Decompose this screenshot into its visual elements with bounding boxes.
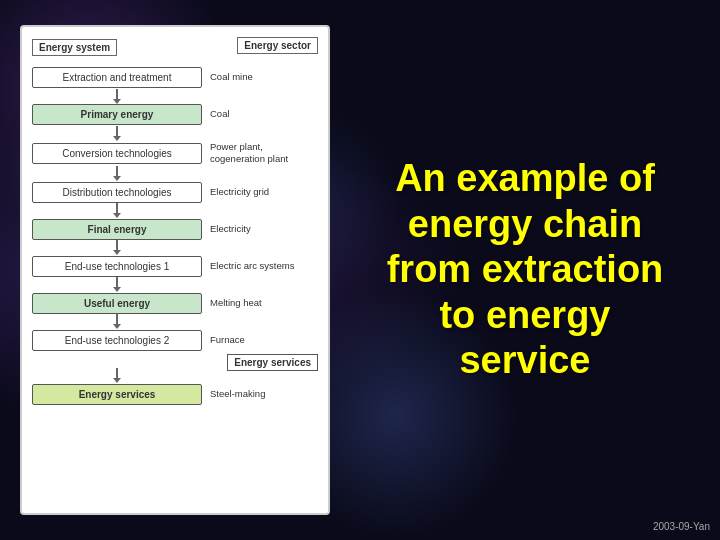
box-distribution: Distribution technologies [32, 182, 202, 203]
box-final-energy: Final energy [32, 219, 202, 240]
table-row: Useful energy Melting heat [32, 293, 318, 314]
box-primary-energy: Primary energy [32, 104, 202, 125]
table-row: Conversion technologies Power plant, cog… [32, 141, 318, 166]
watermark: 2003-09-Yan [653, 521, 710, 532]
main-heading: An example of energy chain from extracti… [370, 156, 680, 384]
box-energy-services: Energy services [32, 384, 202, 405]
table-row: Final energy Electricity [32, 219, 318, 240]
label-power-plant: Power plant, cogeneration plant [210, 141, 318, 166]
box-extraction: Extraction and treatment [32, 67, 202, 88]
box-enduse2: End-use technologies 2 [32, 330, 202, 351]
energy-services-label: Energy services [227, 354, 318, 371]
table-row: Energy services Steel-making [32, 384, 318, 405]
page-layout: Energy system Energy sector Extraction a… [0, 0, 720, 540]
label-electric-arc: Electric arc systems [210, 260, 294, 272]
diagram-panel: Energy system Energy sector Extraction a… [20, 25, 330, 515]
label-steel-making: Steel-making [210, 388, 265, 400]
label-melting-heat: Melting heat [210, 297, 262, 309]
label-electricity-grid: Electricity grid [210, 186, 269, 198]
table-row: End-use technologies 1 Electric arc syst… [32, 256, 318, 277]
table-row: Primary energy Coal [32, 104, 318, 125]
label-furnace: Furnace [210, 334, 245, 346]
box-useful-energy: Useful energy [32, 293, 202, 314]
table-row: End-use technologies 2 Furnace [32, 330, 318, 351]
box-conversion: Conversion technologies [32, 143, 202, 164]
text-panel: An example of energy chain from extracti… [350, 136, 700, 404]
table-row: Extraction and treatment Coal mine [32, 67, 318, 88]
label-coal-mine: Coal mine [210, 71, 253, 83]
label-electricity: Electricity [210, 223, 251, 235]
diagram-title: Energy system [32, 39, 117, 56]
energy-sector-label: Energy sector [237, 37, 318, 54]
label-coal: Coal [210, 108, 230, 120]
diagram-content: Extraction and treatment Coal mine Prima… [32, 67, 318, 405]
table-row: Distribution technologies Electricity gr… [32, 182, 318, 203]
box-enduse1: End-use technologies 1 [32, 256, 202, 277]
